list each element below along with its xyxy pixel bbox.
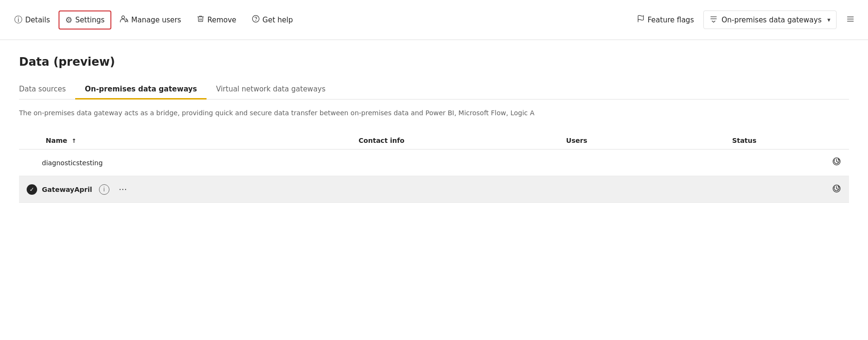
manage-users-label: Manage users [131, 16, 181, 24]
gateways-table: Name ↑ Contact info Users Status [19, 132, 849, 203]
row-name: GatewayApril [42, 186, 92, 193]
status-refresh-icon [832, 187, 841, 195]
tab-virtual-network-gateways[interactable]: Virtual network data gateways [207, 80, 335, 100]
details-button[interactable]: ⓘ Details [8, 10, 57, 30]
status-cell [724, 176, 849, 203]
info-icon: ⓘ [14, 14, 22, 25]
settings-gear-icon: ⚙ [65, 15, 72, 25]
manage-users-icon [120, 15, 128, 25]
tab-on-premises-gateways[interactable]: On-premises data gateways [75, 80, 207, 100]
on-premises-dropdown[interactable]: On-premises data gateways ▾ [703, 10, 837, 29]
svg-point-0 [122, 16, 125, 19]
feature-flags-button[interactable]: Feature flags [631, 11, 700, 29]
toolbar-right: Feature flags On-premises data gateways … [631, 10, 860, 29]
status-refresh-icon [832, 157, 841, 169]
users-cell [559, 150, 725, 176]
col-header-name[interactable]: Name ↑ [19, 132, 351, 150]
checked-circle: ✓ [27, 184, 37, 195]
row-name: diagnosticstesting [42, 159, 103, 167]
col-header-users[interactable]: Users [559, 132, 725, 150]
feature-flags-icon [637, 15, 645, 25]
col-header-status[interactable]: Status [724, 132, 849, 150]
on-premises-label: On-premises data gateways [721, 16, 821, 24]
table-row[interactable]: diagnosticstesting [19, 150, 849, 176]
toolbar-left: ⓘ Details ⚙ Settings Manage users [8, 10, 631, 30]
main-content: Data (preview) Data sources On-premises … [0, 40, 868, 218]
users-cell [559, 176, 725, 203]
gateway-description: The on-premises data gateway acts as a b… [19, 109, 828, 117]
contact-cell [351, 176, 559, 203]
chevron-down-icon: ▾ [827, 16, 830, 23]
svg-point-1 [252, 15, 259, 22]
status-cell [724, 150, 849, 176]
contact-cell [351, 150, 559, 176]
remove-label: Remove [207, 16, 237, 24]
trash-icon [197, 15, 205, 25]
toolbar: ⓘ Details ⚙ Settings Manage users [0, 0, 868, 40]
hamburger-icon [846, 15, 855, 25]
on-premises-icon [710, 15, 718, 25]
sort-arrow-icon: ↑ [71, 138, 76, 144]
settings-label: Settings [75, 16, 105, 24]
row-more-button[interactable]: ··· [116, 183, 130, 195]
details-label: Details [25, 16, 50, 24]
remove-button[interactable]: Remove [190, 10, 243, 30]
tab-data-sources[interactable]: Data sources [19, 80, 75, 100]
col-header-contact[interactable]: Contact info [351, 132, 559, 150]
help-icon [252, 15, 260, 25]
settings-button[interactable]: ⚙ Settings [59, 10, 111, 30]
table-row[interactable]: ✓ GatewayApril i ··· [19, 176, 849, 203]
get-help-button[interactable]: Get help [245, 10, 300, 30]
name-cell: diagnosticstesting [19, 150, 351, 176]
page-title: Data (preview) [19, 55, 849, 69]
tabs: Data sources On-premises data gateways V… [19, 80, 849, 100]
row-info-button[interactable]: i [99, 184, 109, 195]
name-cell: ✓ GatewayApril i ··· [19, 176, 351, 203]
feature-flags-label: Feature flags [648, 16, 694, 24]
get-help-label: Get help [263, 16, 293, 24]
table-header-row: Name ↑ Contact info Users Status [19, 132, 849, 150]
manage-users-button[interactable]: Manage users [113, 10, 188, 30]
more-options-button[interactable] [840, 11, 860, 29]
